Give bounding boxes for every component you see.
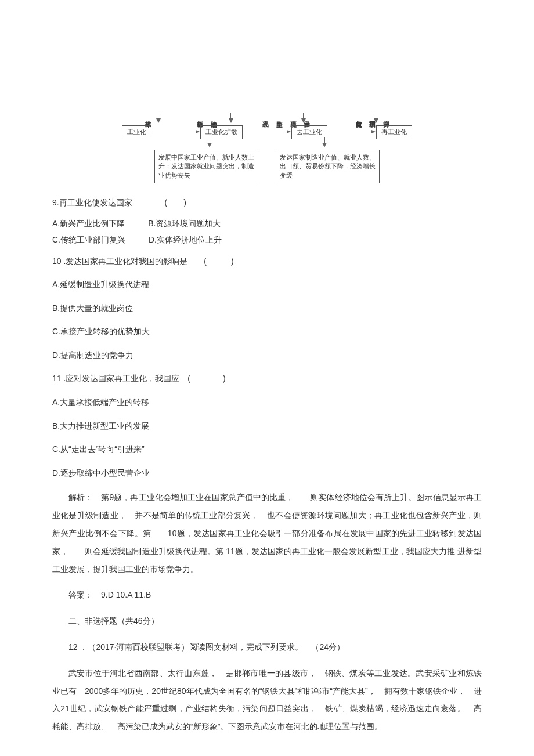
result-box-right: 发达国家制造业产值、就业人数、出口额、贸易份额下降，经济增长变缓 (276, 150, 380, 183)
q11-option-c: C.从“走出去”转向“引进来” (52, 442, 482, 457)
diagram-top-labels: 技术革命 析会全球市场 降唯山埔成本 次现今品 曲型产生 自然环境 发履保护 应… (122, 52, 412, 116)
down-arrow-icon (156, 118, 161, 123)
diagram-arrows-top (122, 118, 412, 123)
diagram-stages-row: 工业化 工业化扩散 去工业化 再工业化 (122, 125, 412, 139)
section2-heading: 二、非选择题（共46分） (52, 612, 482, 630)
answers-line: 答案： 9.D 10.A 11.B (52, 586, 482, 604)
q11-option-d: D.逐步取缔中小型民营企业 (52, 465, 482, 481)
diagram-results-row: 发展中国家工业产值、就业人数上升；发达国家就业问题突出，制造业优势丧失 发达国家… (122, 150, 412, 183)
q10-option-c: C.承接产业转移的优势加大 (52, 324, 482, 339)
right-arrow-icon (153, 132, 199, 132)
down-arrow-icon (229, 118, 233, 123)
right-arrow-icon (329, 132, 375, 132)
down-arrow-icon (322, 143, 327, 147)
q11-option-b: B.大力推进新型工业的发展 (52, 418, 482, 434)
explanation-paragraph: 解析： 第9题，再工业化会增加工业在国家总产值中的比重， 则实体经济地位会有所上… (52, 489, 482, 578)
stage-box-4: 再工业化 (376, 125, 412, 139)
down-arrow-icon (207, 143, 212, 147)
q11-option-a: A.大量承接低端产业的转移 (52, 395, 482, 410)
document-page: 技术革命 析会全球市场 降唯山埔成本 次现今品 曲型产生 自然环境 发履保护 应… (0, 0, 534, 756)
stage-box-3: 去工业化 (291, 125, 327, 139)
q12-body: 武安市位于河北省西南部、太行山东麓， 是邯郸市唯一的县级市， 钢铁、煤炭等工业发… (52, 664, 482, 736)
q10-option-d: D.提高制造业的竞争力 (52, 348, 482, 363)
result-box-left: 发展中国家工业产值、就业人数上升；发达国家就业问题突出，制造业优势丧失 (154, 150, 258, 183)
q9-stem-text: 9.再工业化使发达国家 (52, 198, 132, 207)
stage-box-2: 工业化扩散 (200, 125, 243, 139)
down-arrow-icon (301, 118, 306, 123)
process-diagram: 技术革命 析会全球市场 降唯山埔成本 次现今品 曲型产生 自然环境 发履保护 应… (122, 52, 412, 183)
right-arrow-icon (244, 132, 290, 132)
q9-option-d: D.实体经济地位上升 (149, 235, 222, 245)
q9-option-a: A.新兴产业比例下降 (52, 219, 125, 229)
q9-paren: ( ) (164, 198, 186, 207)
q10-option-b: B.提供大量的就业岗位 (52, 301, 482, 316)
q9-option-c: C.传统工业部门复兴 (52, 235, 125, 245)
stage-box-1: 工业化 (122, 125, 151, 139)
q9-options-row2: C.传统工业部门复兴 D.实体经济地位上升 (52, 235, 482, 245)
q11-stem: 11 .应对发达国家再工业化，我国应 ( ) (52, 371, 482, 386)
q10-stem: 10 .发达国家再工业化对我国的影响是 ( ) (52, 254, 482, 269)
q12-heading: 12 ．（2017·河南百校联盟联考）阅读图文材料，完成下列要求。 （24分） (52, 638, 482, 656)
diagram-arrows-mid (122, 143, 412, 147)
q9-options-row1: A.新兴产业比例下降 B.资源环境问题加大 (52, 219, 482, 229)
q9-option-b: B.资源环境问题加大 (148, 219, 221, 229)
q9-stem: 9.再工业化使发达国家 ( ) (52, 195, 482, 211)
q10-option-a: A.延缓制造业升级换代进程 (52, 277, 482, 292)
down-arrow-icon (374, 118, 378, 123)
